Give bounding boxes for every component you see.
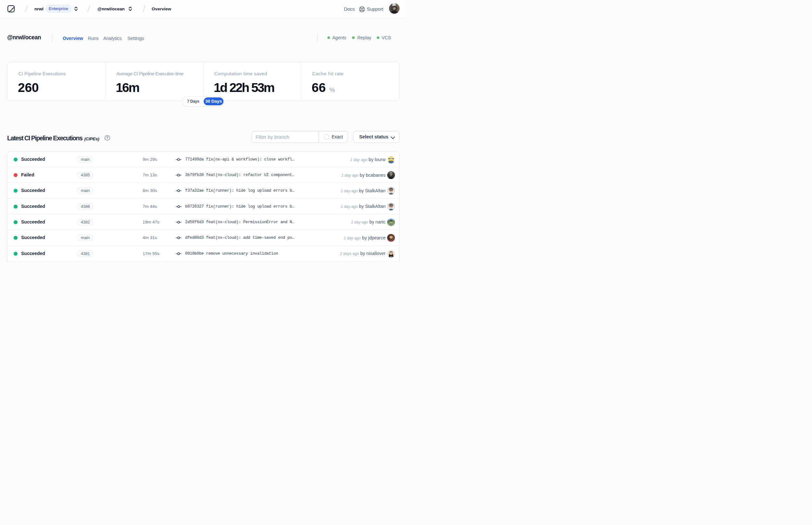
svg-text:?: ? [106,136,108,140]
